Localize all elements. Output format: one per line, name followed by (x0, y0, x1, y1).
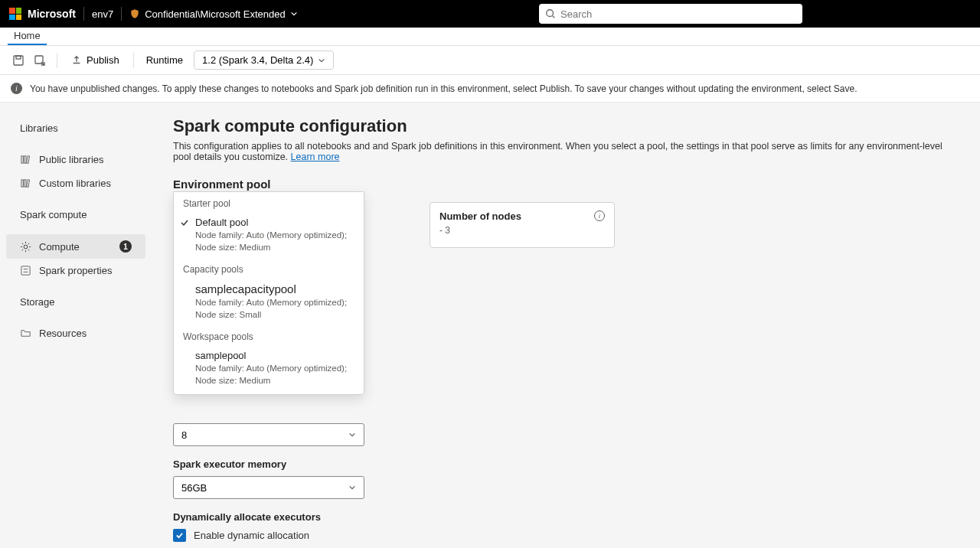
svg-rect-2 (14, 56, 23, 65)
option-title: Default pool (195, 217, 354, 228)
checkmark-icon (175, 531, 184, 540)
save-as-button[interactable] (31, 51, 49, 70)
library-icon (20, 154, 31, 165)
sidebar-label: Resources (39, 328, 87, 339)
learn-more-link[interactable]: Learn more (291, 152, 340, 162)
save-icon (12, 54, 24, 67)
executor-memory-select[interactable]: 56GB (173, 476, 364, 499)
brand-text: Microsoft (28, 8, 76, 20)
environment-pool-heading: Environment pool (173, 178, 959, 191)
sidebar-section-storage: Storage (6, 292, 145, 312)
tab-home[interactable]: Home (8, 27, 47, 45)
sidebar-item-resources[interactable]: Resources (6, 321, 145, 345)
sidebar-label: Spark properties (39, 265, 112, 276)
option-subtitle: Node family: Auto (Memory optimized); No… (195, 297, 354, 321)
publish-icon (71, 55, 82, 66)
brand-logo: Microsoft (9, 8, 76, 20)
option-subtitle: Node family: Auto (Memory optimized); No… (195, 230, 354, 253)
dropdown-group-capacity: Capacity pools (174, 258, 364, 278)
search-icon (545, 8, 556, 19)
search-box[interactable] (539, 4, 802, 24)
svg-rect-10 (27, 180, 30, 188)
sensitivity-selector[interactable]: Confidential\Microsoft Extended (129, 8, 298, 20)
save-button[interactable] (9, 51, 28, 70)
dynamic-alloc-checkbox-label: Enable dynamic allocation (194, 530, 309, 541)
dropdown-group-workspace: Workspace pools (174, 325, 364, 345)
executor-memory-label: Spark executor memory (173, 458, 959, 470)
svg-rect-7 (27, 156, 30, 164)
sidebar-item-spark-properties[interactable]: Spark properties (6, 259, 145, 282)
library-icon (20, 178, 31, 189)
option-title: samplepool (195, 350, 354, 361)
chevron-down-icon (318, 57, 325, 64)
dynamic-alloc-checkbox[interactable] (173, 529, 186, 542)
sidebar-label: Public libraries (39, 154, 104, 165)
pool-option-samplepool[interactable]: samplepool Node family: Auto (Memory opt… (174, 345, 364, 391)
sidebar-label: Custom libraries (39, 178, 111, 189)
chevron-down-icon (348, 431, 356, 439)
divider (121, 7, 122, 21)
executor-memory-value: 56GB (181, 482, 207, 494)
dynamic-alloc-label: Dynamically allocate executors (173, 511, 959, 523)
info-icon[interactable]: i (594, 210, 605, 221)
svg-point-0 (547, 10, 554, 17)
page-title: Spark compute configuration (173, 116, 959, 136)
info-bar: i You have unpublished changes. To apply… (0, 75, 980, 103)
card-label: Number of nodes (439, 210, 521, 222)
toolbar: Publish Runtime 1.2 (Spark 3.4, Delta 2.… (0, 46, 980, 75)
sidebar-item-compute[interactable]: Compute 1 (6, 234, 145, 259)
dropdown-group-starter: Starter pool (174, 192, 364, 212)
svg-rect-6 (24, 156, 26, 163)
svg-rect-9 (24, 180, 26, 187)
pool-option-default[interactable]: Default pool Node family: Auto (Memory o… (174, 212, 364, 258)
sidebar-section-spark: Spark compute (6, 204, 145, 225)
chevron-down-icon (348, 484, 356, 491)
runtime-selector[interactable]: 1.2 (Spark 3.4, Delta 2.4) (194, 51, 334, 70)
pool-dropdown: Starter pool Default pool Node family: A… (173, 191, 364, 395)
microsoft-logo-icon (9, 8, 21, 20)
checkmark-icon (180, 218, 189, 227)
option-subtitle: Node family: Auto (Memory optimized); No… (195, 363, 354, 387)
top-bar: Microsoft env7 Confidential\Microsoft Ex… (0, 0, 980, 28)
search-input[interactable] (560, 8, 796, 20)
search-container (539, 4, 802, 24)
sidebar-item-custom-libraries[interactable]: Custom libraries (6, 171, 145, 195)
divider (83, 7, 84, 21)
shield-icon (129, 8, 140, 19)
info-icon: i (11, 83, 22, 94)
publish-label: Publish (87, 54, 119, 66)
save-as-icon (34, 54, 46, 67)
page-description: This configuration applies to all notebo… (173, 141, 959, 162)
svg-point-11 (24, 245, 28, 249)
environment-name: env7 (92, 8, 113, 20)
runtime-value: 1.2 (Spark 3.4, Delta 2.4) (202, 54, 313, 66)
pool-option-samplecapacity[interactable]: samplecapacitypool Node family: Auto (Me… (174, 278, 364, 325)
badge: 1 (119, 240, 132, 253)
cores-select[interactable]: 8 (173, 423, 364, 446)
svg-rect-8 (21, 180, 23, 187)
runtime-label: Runtime (142, 51, 188, 69)
svg-line-1 (553, 16, 555, 18)
svg-rect-12 (21, 266, 30, 275)
main-content: Spark compute configuration This configu… (152, 103, 980, 548)
info-text: You have unpublished changes. To apply t… (30, 83, 858, 94)
gear-icon (20, 241, 31, 253)
divider (57, 53, 57, 68)
cores-value: 8 (181, 429, 187, 441)
sidebar-item-public-libraries[interactable]: Public libraries (6, 148, 145, 171)
svg-rect-5 (21, 156, 23, 163)
publish-button[interactable]: Publish (65, 51, 126, 69)
sidebar-label: Compute (39, 241, 80, 253)
chevron-down-icon (290, 10, 298, 18)
divider (133, 53, 134, 68)
card-value: - 3 (439, 225, 605, 236)
sensitivity-label: Confidential\Microsoft Extended (145, 8, 286, 20)
svg-rect-3 (16, 56, 21, 59)
sidebar-section-libraries: Libraries (6, 118, 145, 139)
folder-icon (20, 328, 31, 339)
properties-icon (20, 265, 31, 276)
node-count-card: Number of nodes i - 3 (430, 202, 615, 248)
tab-bar: Home (0, 28, 980, 46)
dynamic-alloc-row: Enable dynamic allocation (173, 529, 959, 542)
sidebar: Libraries Public libraries Custom librar… (0, 103, 152, 548)
